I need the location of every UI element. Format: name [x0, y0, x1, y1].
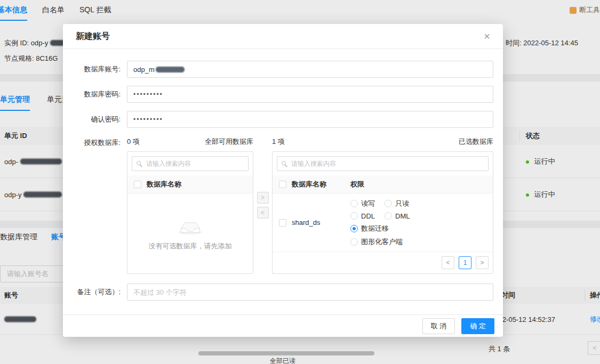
note-label: 备注（可选）: [63, 287, 127, 297]
empty-text: 没有可选数据库，请先添加 [149, 241, 232, 251]
confirm-password-label: 确认密码: [63, 115, 127, 124]
next-page-button[interactable]: > [476, 256, 489, 269]
radio-icon[interactable] [350, 238, 358, 246]
selected-title: 已选数据库 [459, 137, 493, 147]
permission-data-migration[interactable]: 数据迁移 [350, 224, 410, 233]
permission-column-header: 权限 [350, 180, 364, 189]
radio-icon[interactable] [350, 212, 358, 220]
transfer-buttons: > < [253, 136, 272, 274]
selected-search-input[interactable] [277, 156, 489, 171]
search-icon [282, 161, 286, 165]
search-icon [137, 161, 141, 165]
permission-dml[interactable]: DML [385, 212, 410, 220]
db-password-input[interactable] [127, 86, 493, 103]
create-account-dialog: 新建账号 × 数据库账号: odp_m 数据库密码: 确认密码: [63, 24, 503, 337]
note-input[interactable] [127, 284, 493, 301]
permission-gui-client[interactable]: 图形化客户端 [350, 237, 410, 247]
available-count: 0 项 [127, 137, 140, 147]
permission-ddl[interactable]: DDL [350, 212, 375, 220]
selected-panel-pagination: < 1 > [273, 252, 493, 273]
db-account-row: 数据库账号: odp_m [63, 61, 493, 78]
radio-icon[interactable] [385, 200, 392, 207]
radio-selected-icon[interactable] [350, 225, 358, 232]
move-right-button[interactable]: > [257, 192, 269, 204]
grant-databases-label: 授权数据库: [63, 136, 127, 148]
row-checkbox[interactable] [279, 219, 286, 227]
permission-radio-group: 读写 只读 DDL [350, 199, 410, 247]
database-transfer: 0 项 全部可用数据库 数据库名称 [127, 136, 493, 274]
close-icon[interactable]: × [484, 31, 490, 42]
db-password-row: 数据库密码: [63, 86, 493, 103]
db-password-label: 数据库密码: [63, 90, 127, 99]
dialog-header: 新建账号 × [63, 24, 503, 49]
selected-databases-panel: 1 项 已选数据库 数据库名称 权限 [272, 136, 493, 274]
confirm-button[interactable]: 确 定 [461, 318, 494, 334]
available-search-input[interactable] [132, 156, 249, 171]
available-databases-panel: 0 项 全部可用数据库 数据库名称 [127, 136, 253, 274]
cancel-button[interactable]: 取 消 [422, 318, 455, 334]
available-title: 全部可用数据库 [205, 137, 253, 147]
confirm-password-input[interactable] [127, 111, 493, 128]
select-all-checkbox[interactable] [279, 181, 286, 188]
db-account-input[interactable]: odp_m [127, 61, 493, 78]
grant-databases-row: 授权数据库: 0 项 全部可用数据库 [63, 136, 493, 284]
console-page: 基本信息 白名单 SQL 拦截 断工具 实例 ID: odp-y 节点规格: 8… [0, 0, 600, 364]
redacted-account-suffix [156, 67, 185, 72]
radio-icon[interactable] [385, 212, 392, 220]
db-name-column-header: 数据库名称 [147, 180, 181, 189]
prev-page-button[interactable]: < [442, 256, 454, 269]
db-account-label: 数据库账号: [63, 64, 127, 74]
dialog-body: 数据库账号: odp_m 数据库密码: 确认密码: 授权数据库: [63, 49, 503, 314]
selected-db-row: shard_ds 读写 只读 [273, 193, 493, 252]
db-name-column-header: 数据库名称 [292, 180, 345, 189]
select-all-checkbox[interactable] [134, 181, 141, 188]
confirm-password-row: 确认密码: [63, 111, 493, 128]
dialog-footer: 取 消 确 定 [63, 314, 503, 337]
page-1-button[interactable]: 1 [459, 256, 471, 269]
note-row: 备注（可选）: [63, 284, 493, 301]
db-name-cell: shard_ds [292, 219, 345, 227]
permission-read-write[interactable]: 读写 [350, 199, 375, 208]
dialog-title: 新建账号 [76, 31, 110, 42]
empty-box-icon [175, 216, 205, 236]
move-left-button[interactable]: < [257, 207, 269, 219]
permission-read-only[interactable]: 只读 [385, 199, 410, 208]
selected-count: 1 项 [272, 137, 285, 147]
radio-icon[interactable] [350, 200, 358, 207]
empty-state: 没有可选数据库，请先添加 [127, 193, 253, 273]
